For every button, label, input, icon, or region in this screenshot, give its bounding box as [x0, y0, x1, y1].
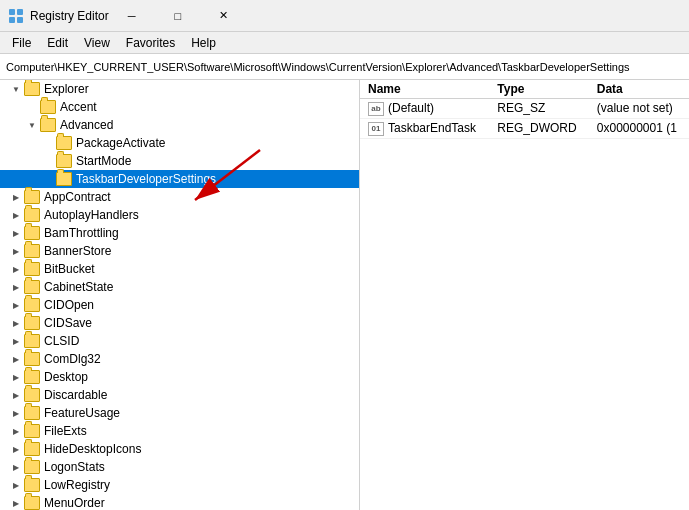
expander-logonstats[interactable]: ▶ [8, 459, 24, 475]
tree-item-menuorder[interactable]: ▶MenuOrder [0, 494, 359, 510]
expander-bitbucket[interactable]: ▶ [8, 261, 24, 277]
col-name: Name [360, 80, 489, 99]
expander-advanced[interactable]: ▼ [24, 117, 40, 133]
expander-bamthrottling[interactable]: ▶ [8, 225, 24, 241]
folder-icon-bitbucket [24, 262, 40, 276]
tree-label-clsid: CLSID [44, 334, 79, 348]
folder-icon-packageactivate [56, 136, 72, 150]
expander-cidsave[interactable]: ▶ [8, 315, 24, 331]
tree-label-logonstats: LogonStats [44, 460, 105, 474]
tree-item-explorer[interactable]: ▼Explorer [0, 80, 359, 98]
expander-taskbardevsettings[interactable] [40, 171, 56, 187]
minimize-button[interactable]: ─ [109, 0, 155, 32]
expander-clsid[interactable]: ▶ [8, 333, 24, 349]
title-text: Registry Editor [30, 9, 109, 23]
tree-item-advanced[interactable]: ▼Advanced [0, 116, 359, 134]
expander-discardable[interactable]: ▶ [8, 387, 24, 403]
expander-lowregistry[interactable]: ▶ [8, 477, 24, 493]
folder-icon-desktop [24, 370, 40, 384]
tree-label-startmode: StartMode [76, 154, 131, 168]
tree-item-logonstats[interactable]: ▶LogonStats [0, 458, 359, 476]
table-row[interactable]: ab(Default)REG_SZ(value not set) [360, 99, 689, 119]
tree-item-bannerstore[interactable]: ▶BannerStore [0, 242, 359, 260]
folder-icon-lowregistry [24, 478, 40, 492]
folder-icon-comdlg32 [24, 352, 40, 366]
expander-appcontract[interactable]: ▶ [8, 189, 24, 205]
folder-icon-menuorder [24, 496, 40, 510]
tree-item-autoplayhandlers[interactable]: ▶AutoplayHandlers [0, 206, 359, 224]
expander-comdlg32[interactable]: ▶ [8, 351, 24, 367]
tree-item-clsid[interactable]: ▶CLSID [0, 332, 359, 350]
expander-desktop[interactable]: ▶ [8, 369, 24, 385]
svg-rect-0 [9, 9, 15, 15]
folder-icon-autoplayhandlers [24, 208, 40, 222]
tree-label-cidopen: CIDOpen [44, 298, 94, 312]
tree-label-autoplayhandlers: AutoplayHandlers [44, 208, 139, 222]
detail-data-0: (value not set) [589, 99, 689, 119]
expander-menuorder[interactable]: ▶ [8, 495, 24, 510]
tree-item-featureusage[interactable]: ▶FeatureUsage [0, 404, 359, 422]
tree-label-bannerstore: BannerStore [44, 244, 111, 258]
tree-label-hidedesktopicons: HideDesktopIcons [44, 442, 141, 456]
tree-item-bitbucket[interactable]: ▶BitBucket [0, 260, 359, 278]
menu-item-favorites[interactable]: Favorites [118, 34, 183, 52]
menu-item-edit[interactable]: Edit [39, 34, 76, 52]
tree-item-fileexts[interactable]: ▶FileExts [0, 422, 359, 440]
menu-item-help[interactable]: Help [183, 34, 224, 52]
main-content: ▼ExplorerAccent▼AdvancedPackageActivateS… [0, 80, 689, 510]
folder-icon-fileexts [24, 424, 40, 438]
folder-icon-startmode [56, 154, 72, 168]
tree-item-comdlg32[interactable]: ▶ComDlg32 [0, 350, 359, 368]
tree-item-cabinetstate[interactable]: ▶CabinetState [0, 278, 359, 296]
expander-accent[interactable] [24, 99, 40, 115]
expander-startmode[interactable] [40, 153, 56, 169]
app-icon [8, 8, 24, 24]
close-button[interactable]: ✕ [201, 0, 247, 32]
tree-label-featureusage: FeatureUsage [44, 406, 120, 420]
tree-label-advanced: Advanced [60, 118, 113, 132]
folder-icon-clsid [24, 334, 40, 348]
tree-item-desktop[interactable]: ▶Desktop [0, 368, 359, 386]
tree-item-lowregistry[interactable]: ▶LowRegistry [0, 476, 359, 494]
tree-label-bamthrottling: BamThrottling [44, 226, 119, 240]
tree-pane[interactable]: ▼ExplorerAccent▼AdvancedPackageActivateS… [0, 80, 360, 510]
folder-icon-bamthrottling [24, 226, 40, 240]
tree-item-bamthrottling[interactable]: ▶BamThrottling [0, 224, 359, 242]
tree-item-hidedesktopicons[interactable]: ▶HideDesktopIcons [0, 440, 359, 458]
tree-item-appcontract[interactable]: ▶AppContract [0, 188, 359, 206]
tree-item-packageactivate[interactable]: PackageActivate [0, 134, 359, 152]
tree-item-startmode[interactable]: StartMode [0, 152, 359, 170]
expander-packageactivate[interactable] [40, 135, 56, 151]
tree-item-discardable[interactable]: ▶Discardable [0, 386, 359, 404]
expander-hidedesktopicons[interactable]: ▶ [8, 441, 24, 457]
folder-icon-featureusage [24, 406, 40, 420]
expander-fileexts[interactable]: ▶ [8, 423, 24, 439]
tree-item-taskbardevsettings[interactable]: TaskbarDeveloperSettings [0, 170, 359, 188]
expander-bannerstore[interactable]: ▶ [8, 243, 24, 259]
expander-autoplayhandlers[interactable]: ▶ [8, 207, 24, 223]
detail-pane[interactable]: Name Type Data ab(Default)REG_SZ(value n… [360, 80, 689, 510]
tree-label-comdlg32: ComDlg32 [44, 352, 101, 366]
tree-label-taskbardevsettings: TaskbarDeveloperSettings [76, 172, 216, 186]
folder-icon-bannerstore [24, 244, 40, 258]
detail-table: Name Type Data ab(Default)REG_SZ(value n… [360, 80, 689, 139]
tree-item-cidopen[interactable]: ▶CIDOpen [0, 296, 359, 314]
reg-type-icon-0: ab [368, 102, 384, 116]
expander-cidopen[interactable]: ▶ [8, 297, 24, 313]
maximize-button[interactable]: □ [155, 0, 201, 32]
menu-item-view[interactable]: View [76, 34, 118, 52]
tree-item-cidsave[interactable]: ▶CIDSave [0, 314, 359, 332]
tree-item-accent[interactable]: Accent [0, 98, 359, 116]
menu-bar: FileEditViewFavoritesHelp [0, 32, 689, 54]
tree-label-cidsave: CIDSave [44, 316, 92, 330]
tree-label-menuorder: MenuOrder [44, 496, 105, 510]
detail-type-1: REG_DWORD [489, 118, 588, 138]
address-bar[interactable]: Computer\HKEY_CURRENT_USER\Software\Micr… [0, 54, 689, 80]
folder-icon-logonstats [24, 460, 40, 474]
expander-cabinetstate[interactable]: ▶ [8, 279, 24, 295]
menu-item-file[interactable]: File [4, 34, 39, 52]
table-row[interactable]: 01TaskbarEndTaskREG_DWORD0x00000001 (1 [360, 118, 689, 138]
expander-featureusage[interactable]: ▶ [8, 405, 24, 421]
expander-explorer[interactable]: ▼ [8, 81, 24, 97]
col-type: Type [489, 80, 588, 99]
